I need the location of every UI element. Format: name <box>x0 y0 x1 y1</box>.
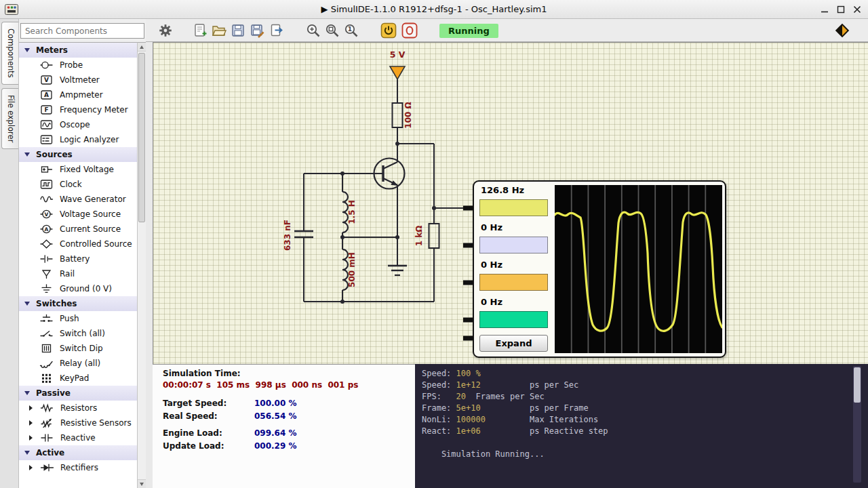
inductor-l2[interactable]: 500 mH <box>342 249 357 290</box>
update-load-value: 000.29 % <box>254 441 297 451</box>
collapse-arrow-icon <box>24 152 30 157</box>
component-item-switch-dip[interactable]: Switch Dip <box>19 341 137 356</box>
maximize-button[interactable] <box>834 4 848 15</box>
resistor-r2[interactable]: 1 kΩ <box>414 224 439 248</box>
tab-file-explorer[interactable]: File explorer <box>1 88 18 149</box>
save-as-circuit-icon[interactable] <box>249 22 265 39</box>
component-group-resistors[interactable]: Resistors <box>19 401 137 415</box>
oscilloscope-screen[interactable] <box>555 185 722 353</box>
console-line: Frame: 5e+10 ps per Frame <box>422 403 861 414</box>
search-input[interactable] <box>20 23 144 39</box>
capacitor-c1[interactable]: 633 nF <box>283 220 313 251</box>
ground-symbol[interactable] <box>388 266 407 275</box>
collapse-arrow-icon <box>24 48 30 52</box>
component-item-fixed-voltage[interactable]: Fixed Voltage <box>19 162 137 177</box>
component-list: Meters Probe VVoltmeter AAmpmeter FFrequ… <box>19 42 137 488</box>
frequency-meter-panel[interactable]: 126.8 Hz 0 Hz 0 Hz 0 Hz Expand <box>473 180 726 358</box>
component-group-resistive-sensors[interactable]: Resistive Sensors <box>19 415 137 430</box>
tab-components[interactable]: Components <box>1 22 18 85</box>
component-item-keypad[interactable]: KeyPad <box>19 371 137 386</box>
inductor-l1[interactable]: 1.5 H <box>342 192 357 232</box>
expand-arrow-icon <box>29 420 33 426</box>
component-item-oscope[interactable]: Oscope <box>19 117 137 132</box>
svg-text:V: V <box>45 211 49 218</box>
zoom-fit-icon[interactable] <box>324 22 340 39</box>
component-item-clock[interactable]: Clock <box>19 177 137 192</box>
component-item-probe[interactable]: Probe <box>19 58 137 73</box>
component-item-relay[interactable]: Relay (all) <box>19 356 137 371</box>
component-item-rail[interactable]: Rail <box>19 266 137 281</box>
component-item-ampmeter[interactable]: AAmpmeter <box>19 87 137 102</box>
freq-reading-4: 0 Hz <box>481 297 502 307</box>
component-group-rectifiers[interactable]: Rectifiers <box>19 460 137 475</box>
save-circuit-icon[interactable] <box>230 22 246 39</box>
section-sources[interactable]: Sources <box>19 147 137 162</box>
zoom-one-icon[interactable]: 1 <box>343 22 359 39</box>
new-circuit-icon[interactable] <box>192 22 208 39</box>
expand-button[interactable]: Expand <box>479 335 548 352</box>
component-item-label: Rectifiers <box>60 463 98 472</box>
section-meters[interactable]: Meters <box>19 43 137 58</box>
component-item-label: Rail <box>60 269 75 279</box>
toggle-panel-icon[interactable] <box>834 22 850 39</box>
section-switches[interactable]: Switches <box>19 296 137 311</box>
component-group-reactive[interactable]: Reactive <box>19 430 137 445</box>
titlebar[interactable]: ▶ SimulIDE-1.1.0 R1912+dfsg-1 - Osc_Hart… <box>0 0 868 19</box>
export-circuit-icon[interactable] <box>269 22 285 39</box>
switch-icon <box>39 327 54 340</box>
circuit-canvas[interactable]: 5 V 100 Ω 633 nF <box>153 42 868 364</box>
component-item-wave-generator[interactable]: Wave Generator <box>19 192 137 207</box>
console-scrollbar[interactable] <box>853 366 861 483</box>
component-item-logic-analyzer[interactable]: Logic Analyzer <box>19 132 137 147</box>
component-item-label: Battery <box>60 254 90 264</box>
component-item-label: Relay (all) <box>60 359 100 368</box>
transistor[interactable] <box>370 159 405 189</box>
scroll-up-icon[interactable] <box>138 43 146 52</box>
sim-time-label: Simulation Time: <box>163 369 241 378</box>
console-scrollbar-thumb[interactable] <box>854 367 861 403</box>
component-item-controlled-source[interactable]: Controlled Source <box>19 237 137 251</box>
component-item-label: Ampmeter <box>60 90 103 100</box>
real-speed-value: 056.54 % <box>254 411 297 421</box>
open-circuit-icon[interactable] <box>211 22 227 39</box>
svg-text:V: V <box>44 77 49 83</box>
relay-icon <box>39 357 54 369</box>
wires[interactable] <box>304 79 464 302</box>
freq-bar-1 <box>479 199 548 216</box>
engine-load-value: 099.64 % <box>254 428 297 438</box>
power-off-icon[interactable] <box>401 22 418 39</box>
power-on-icon[interactable] <box>380 22 397 39</box>
section-label: Meters <box>36 45 68 55</box>
minimize-button[interactable] <box>818 4 831 15</box>
section-active[interactable]: Active <box>19 445 137 460</box>
component-item-battery[interactable]: Battery <box>19 251 137 266</box>
component-item-label: Resistors <box>60 403 97 413</box>
voltmeter-icon: V <box>39 74 54 86</box>
expand-arrow-icon <box>29 405 33 411</box>
section-label: Active <box>36 448 64 458</box>
zoom-in-icon[interactable] <box>305 22 321 39</box>
component-item-push[interactable]: Push <box>19 311 137 326</box>
current-source-icon: A <box>39 223 54 235</box>
component-item-frequency-meter[interactable]: FFrequency Meter <box>19 102 137 117</box>
freq-reading-1: 126.8 Hz <box>481 185 524 195</box>
section-label: Switches <box>36 299 77 308</box>
resistor-r1[interactable]: 100 Ω <box>393 102 414 128</box>
logic-analyzer-icon <box>39 134 54 146</box>
component-item-current-source[interactable]: ACurrent Source <box>19 222 137 237</box>
component-item-switch-all[interactable]: Switch (all) <box>19 326 137 341</box>
voltage-rail[interactable]: 5 V <box>390 49 406 79</box>
ground-icon <box>39 283 54 295</box>
section-passive[interactable]: Passive <box>19 386 137 401</box>
component-item-voltage-source[interactable]: VVoltage Source <box>19 207 137 222</box>
close-button[interactable] <box>850 4 864 15</box>
component-item-ground[interactable]: Ground (0 V) <box>19 281 137 296</box>
freq-reading-3: 0 Hz <box>481 260 502 270</box>
scrollbar-thumb[interactable] <box>138 53 145 222</box>
simulide-window: ▶ SimulIDE-1.1.0 R1912+dfsg-1 - Osc_Hart… <box>0 0 868 488</box>
scroll-down-icon[interactable] <box>138 479 146 488</box>
gear-icon[interactable] <box>157 22 174 39</box>
components-scrollbar[interactable] <box>137 42 146 488</box>
freq-meter-pins[interactable] <box>463 206 473 341</box>
component-item-voltmeter[interactable]: VVoltmeter <box>19 73 137 87</box>
